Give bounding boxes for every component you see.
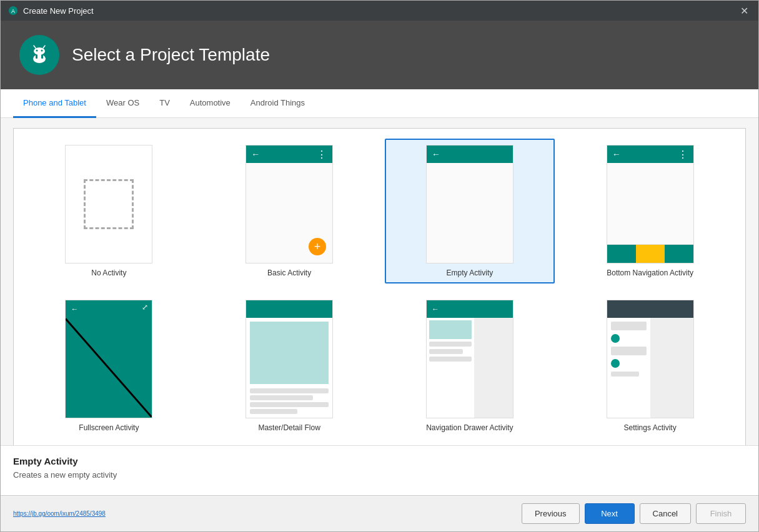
preview-master-detail (246, 300, 333, 418)
title-bar: A Create New Project ✕ (1, 1, 758, 21)
header-logo (19, 35, 59, 75)
template-fullscreen-label: Fullscreen Activity (79, 423, 139, 432)
header-title: Select a Project Template (72, 45, 270, 65)
preview-empty-activity: ← (426, 145, 513, 264)
preview-fullscreen: ← ⤢ (65, 300, 152, 418)
svg-point-7 (36, 50, 38, 52)
tab-wear-os[interactable]: Wear OS (96, 89, 149, 118)
finish-button[interactable]: Finish (696, 503, 746, 524)
svg-point-6 (34, 47, 45, 55)
header: Select a Project Template (1, 21, 758, 89)
cancel-button[interactable]: Cancel (640, 503, 691, 524)
status-url: https://jb.gg/oom/ixum/2485/3498 (13, 510, 106, 517)
tab-android-things[interactable]: Android Things (241, 89, 315, 118)
fab-icon: + (309, 238, 326, 255)
next-button[interactable]: Next (585, 503, 635, 524)
tab-automotive[interactable]: Automotive (180, 89, 241, 118)
template-bottom-nav[interactable]: ← ⋮ Bottom Navigation (565, 139, 735, 283)
template-bottom-nav-label: Bottom Navigation Activity (607, 268, 693, 277)
previous-button[interactable]: Previous (522, 503, 580, 524)
android-logo (27, 42, 52, 67)
tab-tv[interactable]: TV (149, 89, 180, 118)
template-basic-activity-label: Basic Activity (267, 268, 311, 277)
preview-nav-drawer: ← (426, 300, 513, 418)
template-basic-activity[interactable]: ← ⋮ + Basic Activity (204, 139, 375, 283)
tab-phone-tablet[interactable]: Phone and Tablet (13, 89, 96, 118)
android-studio-icon: A (8, 6, 18, 16)
template-master-detail[interactable]: Master/Detail Flow (204, 293, 375, 438)
tab-bar: Phone and Tablet Wear OS TV Automotive A… (1, 89, 758, 118)
template-empty-activity[interactable]: ← Empty Activity (385, 139, 555, 283)
preview-settings (607, 300, 694, 418)
template-settings[interactable]: Settings Activity (565, 293, 735, 438)
title-bar-left: A Create New Project (8, 6, 94, 16)
close-button[interactable]: ✕ (738, 4, 751, 18)
template-master-detail-label: Master/Detail Flow (258, 423, 320, 432)
description-panel: Empty Activity Creates a new empty activ… (1, 445, 758, 495)
empty-toolbar: ← (427, 145, 513, 163)
basic-toolbar: ← ⋮ (246, 145, 332, 163)
preview-no-activity (65, 145, 152, 264)
footer: https://jb.gg/oom/ixum/2485/3498 Previou… (1, 495, 758, 531)
template-nav-drawer-label: Navigation Drawer Activity (426, 423, 513, 432)
description-title: Empty Activity (13, 456, 746, 466)
template-grid: No Activity ← ⋮ + (13, 128, 746, 445)
dialog-title: Create New Project (23, 6, 94, 16)
bottom-nav-bar (607, 244, 693, 263)
svg-line-11 (66, 319, 152, 418)
svg-point-8 (41, 50, 43, 52)
template-empty-activity-label: Empty Activity (447, 268, 494, 277)
template-nav-drawer[interactable]: ← (385, 293, 555, 438)
template-fullscreen[interactable]: ← ⤢ Fullscreen Activity (24, 293, 194, 438)
dashed-box-icon (84, 179, 134, 229)
bottom-nav-toolbar: ← ⋮ (607, 145, 693, 163)
diagonal-line-icon (66, 300, 152, 417)
preview-bottom-nav: ← ⋮ (607, 145, 694, 264)
svg-point-3 (33, 54, 46, 63)
svg-text:A: A (11, 8, 15, 14)
dialog: A Create New Project ✕ Select a Project … (0, 0, 759, 532)
template-no-activity[interactable]: No Activity (24, 139, 194, 283)
description-text: Creates a new empty activity (13, 470, 746, 480)
template-area: No Activity ← ⋮ + (1, 118, 758, 445)
template-no-activity-label: No Activity (91, 268, 126, 277)
template-settings-label: Settings Activity (624, 423, 677, 432)
content-area: Phone and Tablet Wear OS TV Automotive A… (1, 89, 758, 495)
preview-basic-activity: ← ⋮ + (246, 145, 333, 264)
